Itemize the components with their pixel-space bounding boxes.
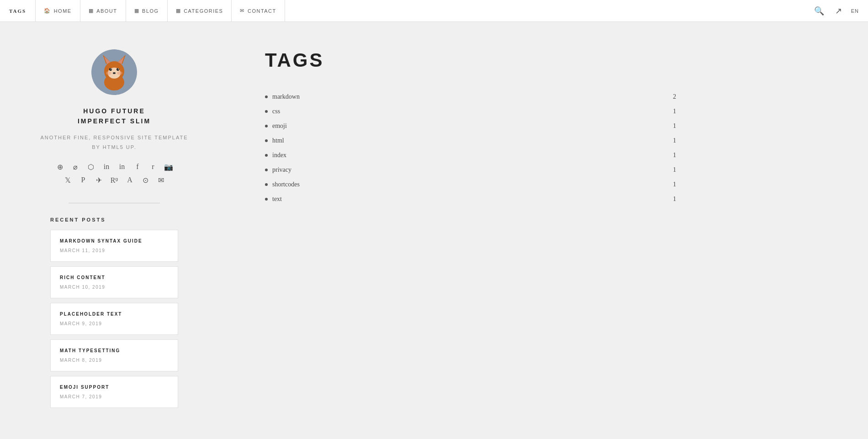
nav-label-about: ABOUT — [96, 8, 117, 14]
svg-point-13 — [106, 71, 111, 75]
researchgate-icon[interactable]: Rᵍ — [109, 176, 120, 185]
tag-bullet-html — [265, 139, 268, 142]
post-card-4[interactable]: MATH TYPESETTING MARCH 8, 2019 — [50, 339, 178, 371]
post-title-3: PLACEHOLDER TEXT — [60, 312, 169, 317]
svg-point-11 — [118, 69, 119, 69]
home-icon: 🏠 — [44, 8, 51, 14]
post-title-5: EMOJI SUPPORT — [60, 385, 169, 390]
svg-point-10 — [111, 69, 111, 69]
nav-link-about[interactable]: ▦ ABOUT — [80, 0, 126, 22]
tag-name-html[interactable]: html — [272, 137, 284, 144]
sidebar: HUGO FUTURE IMPERFECT SLIM ANOTHER FINE,… — [0, 22, 228, 431]
gitlab-icon[interactable]: ⬡ — [85, 163, 96, 171]
orcid-icon[interactable]: ⊙ — [140, 176, 151, 185]
tag-count-text: 1 — [673, 196, 676, 203]
tag-item-css: css1 — [265, 104, 676, 119]
page-wrapper: HUGO FUTURE IMPERFECT SLIM ANOTHER FINE,… — [0, 22, 868, 431]
tag-bullet-privacy — [265, 169, 268, 171]
page-title: TAGS — [265, 49, 831, 71]
tag-item-privacy: privacy1 — [265, 163, 676, 177]
svg-point-9 — [116, 68, 119, 71]
post-date-1: MARCH 11, 2019 — [60, 248, 169, 253]
share-button[interactable]: ↗ — [833, 4, 844, 18]
tag-name-privacy[interactable]: privacy — [272, 166, 291, 174]
pinterest-icon[interactable]: P — [78, 176, 89, 185]
tag-bullet-index — [265, 154, 268, 157]
telegram-icon[interactable]: ✈ — [93, 176, 104, 185]
instagram-icon[interactable]: 📷 — [163, 163, 174, 171]
reddit-icon[interactable]: r — [148, 163, 159, 171]
tag-count-shortcodes: 1 — [673, 181, 676, 188]
facebook-icon[interactable]: f — [132, 163, 143, 171]
twitter-icon[interactable]: 𝕏 — [62, 176, 73, 185]
blog-icon: ▦ — [134, 8, 140, 14]
tag-name-text[interactable]: text — [272, 196, 282, 203]
nav-label-blog: BLOG — [142, 8, 159, 14]
post-title-1: MARKDOWN SYNTAX GUIDE — [60, 238, 169, 243]
tag-count-index: 1 — [673, 152, 676, 159]
linkedin-icon-1[interactable]: in — [101, 163, 112, 171]
search-button[interactable]: 🔍 — [812, 4, 826, 18]
tag-name-emoji[interactable]: emoji — [272, 122, 287, 130]
navbar: TAGS 🏠 HOME ▦ ABOUT ▦ BLOG ▦ CATEGORIES — [0, 0, 868, 22]
site-credit: BY HTML5 UP. — [92, 144, 137, 150]
tag-item-markdown: markdown2 — [265, 90, 676, 104]
nav-item-blog[interactable]: ▦ BLOG — [126, 0, 168, 22]
linkedin-icon-2[interactable]: in — [116, 163, 127, 171]
avatar — [91, 49, 137, 95]
tag-item-emoji: emoji1 — [265, 119, 676, 133]
nav-link-home[interactable]: 🏠 HOME — [36, 0, 80, 22]
post-date-2: MARCH 10, 2019 — [60, 285, 169, 290]
svg-point-14 — [117, 71, 122, 75]
tag-bullet-shortcodes — [265, 183, 268, 186]
post-card-1[interactable]: MARKDOWN SYNTAX GUIDE MARCH 11, 2019 — [50, 230, 178, 262]
tag-name-css[interactable]: css — [272, 108, 280, 115]
tag-count-markdown: 2 — [673, 93, 676, 100]
nav-item-about[interactable]: ▦ ABOUT — [80, 0, 126, 22]
post-card-5[interactable]: EMOJI SUPPORT MARCH 7, 2019 — [50, 376, 178, 408]
contact-icon: ✉ — [240, 8, 245, 14]
tag-name-index[interactable]: index — [272, 152, 286, 159]
nav-item-home[interactable]: 🏠 HOME — [35, 0, 80, 22]
academia-icon[interactable]: A — [124, 176, 135, 185]
tag-name-shortcodes[interactable]: shortcodes — [272, 181, 300, 188]
recent-posts-section: RECENT POSTS MARKDOWN SYNTAX GUIDE MARCH… — [50, 217, 178, 413]
tag-bullet-text — [265, 198, 268, 201]
site-subtitle: ANOTHER FINE, RESPONSIVE SITE TEMPLATE — [40, 134, 188, 142]
tags-list: markdown2css1emoji1html1index1privacy1sh… — [265, 90, 676, 206]
recent-posts-title: RECENT POSTS — [50, 217, 178, 222]
site-title: HUGO FUTURE IMPERFECT SLIM — [78, 106, 151, 127]
tag-count-html: 1 — [673, 137, 676, 144]
tag-item-index: index1 — [265, 148, 676, 163]
post-date-4: MARCH 8, 2019 — [60, 358, 169, 363]
main-content: TAGS markdown2css1emoji1html1index1priva… — [228, 22, 868, 431]
tag-item-text: text1 — [265, 192, 676, 206]
nav-item-contact[interactable]: ✉ CONTACT — [232, 0, 285, 22]
github-icon[interactable]: ⌀ — [70, 163, 81, 171]
social-icons: ⊕ ⌀ ⬡ in in f r 📷 — [54, 163, 174, 171]
sidebar-divider — [69, 203, 160, 203]
tag-name-markdown[interactable]: markdown — [272, 93, 300, 100]
rss-icon[interactable]: ⊕ — [54, 163, 65, 171]
post-card-2[interactable]: RICH CONTENT MARCH 10, 2019 — [50, 266, 178, 298]
post-card-3[interactable]: PLACEHOLDER TEXT MARCH 9, 2019 — [50, 303, 178, 335]
nav-item-categories[interactable]: ▦ CATEGORIES — [168, 0, 232, 22]
email-icon[interactable]: ✉ — [155, 176, 166, 185]
nav-link-blog[interactable]: ▦ BLOG — [126, 0, 167, 22]
post-date-5: MARCH 7, 2019 — [60, 394, 169, 399]
post-title-4: MATH TYPESETTING — [60, 348, 169, 353]
language-selector[interactable]: EN — [851, 8, 859, 14]
tag-count-css: 1 — [673, 108, 676, 115]
post-title-2: RICH CONTENT — [60, 275, 169, 280]
social-icons-row2: 𝕏 P ✈ Rᵍ A ⊙ ✉ — [62, 176, 166, 185]
nav-link-contact[interactable]: ✉ CONTACT — [232, 0, 284, 22]
nav-right: 🔍 ↗ EN — [812, 4, 859, 18]
svg-point-8 — [109, 68, 112, 71]
about-icon: ▦ — [89, 8, 94, 14]
nav-link-categories[interactable]: ▦ CATEGORIES — [168, 0, 232, 22]
nav-brand: TAGS — [9, 8, 26, 14]
tag-bullet-css — [265, 110, 268, 113]
tag-count-privacy: 1 — [673, 166, 676, 174]
tag-count-emoji: 1 — [673, 122, 676, 130]
nav-label-contact: CONTACT — [248, 8, 276, 14]
